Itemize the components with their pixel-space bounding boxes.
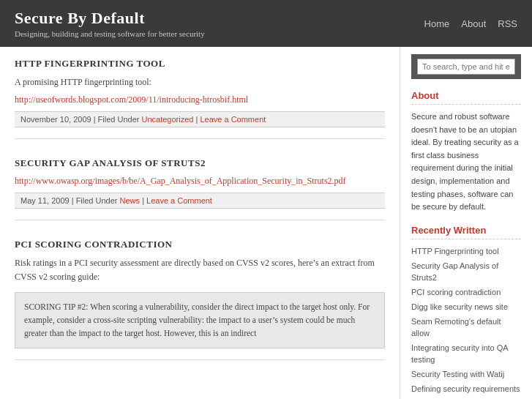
recently-written-list: HTTP Fingerprinting tool Security Gap An… bbox=[411, 245, 521, 395]
main-nav: Home About RSS bbox=[424, 18, 517, 29]
post-date: November 10, 2009 | Filed Under bbox=[20, 115, 139, 124]
list-item: Integrating security into QA testing bbox=[411, 342, 521, 365]
list-item: Security Gap Analysis of Struts2 bbox=[411, 260, 521, 283]
recent-link[interactable]: PCI scoring contradiction bbox=[411, 288, 501, 297]
search-input[interactable] bbox=[417, 59, 515, 75]
sidebar-about: About Secure and robust software doesn't… bbox=[411, 90, 521, 214]
post-intro: Risk ratings in a PCI security assessmen… bbox=[15, 256, 385, 284]
recent-link[interactable]: Defining security requirements bbox=[411, 384, 520, 393]
sidebar: About Secure and robust software doesn't… bbox=[400, 47, 532, 399]
list-item: Defining security requirements bbox=[411, 383, 521, 395]
list-item: Security Testing with Watij bbox=[411, 368, 521, 380]
post-meta: November 10, 2009 | Filed Under Uncatego… bbox=[15, 111, 385, 127]
sidebar-recently-written-heading: Recently Written bbox=[411, 225, 521, 239]
list-item: Digg like security news site bbox=[411, 301, 521, 313]
post-category[interactable]: News bbox=[120, 196, 141, 205]
recent-link[interactable]: Digg like security news site bbox=[411, 302, 508, 311]
nav-about[interactable]: About bbox=[461, 18, 486, 29]
post-category[interactable]: Uncategorized bbox=[142, 115, 194, 124]
tip-box: SCORING TIP #2: When scoring a vulnerabi… bbox=[15, 292, 385, 348]
post-security-gap: SECURITY GAP ANALYSIS OF STRUTS2 http://… bbox=[15, 157, 385, 220]
search-box bbox=[411, 54, 521, 79]
list-item: PCI scoring contradiction bbox=[411, 286, 521, 298]
site-branding: Secure By Default Designing, building an… bbox=[15, 9, 205, 38]
post-pci-scoring: PCI SCORING CONTRADICTION Risk ratings i… bbox=[15, 239, 385, 360]
post-intro: A promising HTTP fingerprinting tool: bbox=[15, 75, 385, 89]
post-http-fingerprinting: HTTP FINGERPRINTING TOOL A promising HTT… bbox=[15, 58, 385, 139]
site-header: Secure By Default Designing, building an… bbox=[0, 0, 532, 47]
post-meta: May 11, 2009 | Filed Under News | Leave … bbox=[15, 193, 385, 209]
post-title: PCI SCORING CONTRADICTION bbox=[15, 239, 385, 250]
sidebar-about-heading: About bbox=[411, 90, 521, 105]
post-link[interactable]: http://useofwords.blogspot.com/2009/11/i… bbox=[15, 94, 248, 105]
post-title: HTTP FINGERPRINTING TOOL bbox=[15, 58, 385, 70]
main-content: HTTP FINGERPRINTING TOOL A promising HTT… bbox=[0, 47, 400, 399]
list-item: Seam Remoting's default allow bbox=[411, 316, 521, 339]
site-title: Secure By Default bbox=[15, 9, 205, 28]
post-link[interactable]: http://www.owasp.org/images/b/be/A_Gap_A… bbox=[15, 176, 346, 186]
post-date: May 11, 2009 | Filed Under bbox=[20, 196, 117, 205]
post-comment-link[interactable]: Leave a Comment bbox=[200, 115, 266, 124]
post-title: SECURITY GAP ANALYSIS OF STRUTS2 bbox=[15, 157, 385, 169]
recent-link[interactable]: Integrating security into QA testing bbox=[411, 343, 508, 364]
site-tagline: Designing, building and testing software… bbox=[15, 29, 205, 38]
recent-link[interactable]: Security Gap Analysis of Struts2 bbox=[411, 261, 498, 282]
sidebar-recently-written: Recently Written HTTP Fingerprinting too… bbox=[411, 225, 521, 395]
nav-home[interactable]: Home bbox=[424, 18, 450, 29]
page-layout: HTTP FINGERPRINTING TOOL A promising HTT… bbox=[0, 47, 532, 399]
recent-link[interactable]: Seam Remoting's default allow bbox=[411, 317, 501, 338]
nav-rss[interactable]: RSS bbox=[498, 18, 517, 29]
sidebar-about-text: Secure and robust software doesn't have … bbox=[411, 111, 521, 214]
post-comment-link[interactable]: Leave a Comment bbox=[146, 196, 212, 205]
recent-link[interactable]: HTTP Fingerprinting tool bbox=[411, 247, 499, 256]
list-item: HTTP Fingerprinting tool bbox=[411, 245, 521, 257]
recent-link[interactable]: Security Testing with Watij bbox=[411, 370, 504, 379]
